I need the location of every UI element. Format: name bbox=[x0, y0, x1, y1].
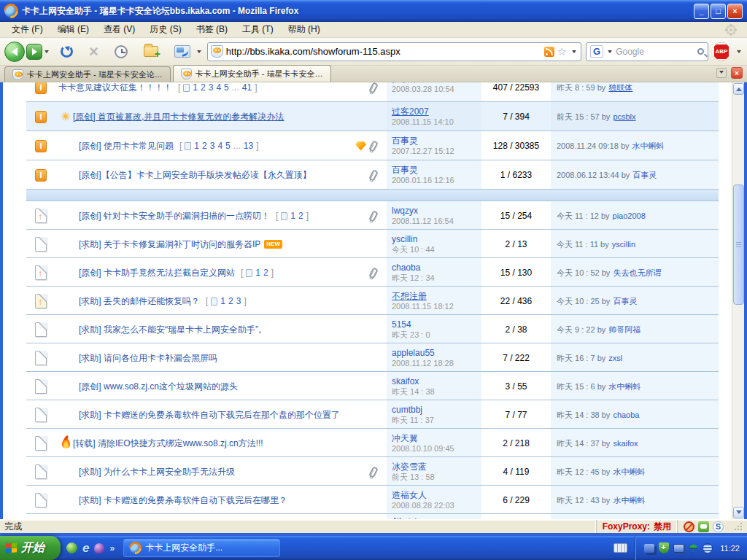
thread-pagination[interactable]: [ 1 2 3 ] bbox=[206, 296, 247, 306]
menu-item[interactable]: 编辑 (E) bbox=[52, 22, 95, 37]
foxyproxy-icon[interactable] bbox=[684, 521, 694, 532]
thread-author-link[interactable]: cumtbbj bbox=[392, 405, 481, 415]
scroll-up-button[interactable] bbox=[733, 83, 744, 95]
thread-title-link[interactable]: [原创] 针对卡卡安全助手的漏洞扫描的一点唠叨！ bbox=[79, 210, 270, 222]
page-number-link[interactable]: 2 bbox=[201, 82, 206, 93]
thread-title-link[interactable]: [原创] 卡卡助手竟然无法拦截自定义网站 bbox=[79, 267, 235, 279]
thread-title-link[interactable]: [求助] 我家怎么不能安“瑞星卡卡上网安全助手”。 bbox=[79, 324, 267, 336]
thread-title-link[interactable]: [原创] 使用卡卡常见问题 bbox=[79, 140, 174, 152]
maximize-button[interactable]: □ bbox=[711, 4, 726, 19]
page-number-link[interactable]: 3 bbox=[210, 141, 215, 151]
page-number-link[interactable]: 5 bbox=[225, 141, 231, 151]
page-number-link[interactable]: 2 bbox=[298, 211, 303, 221]
page-number-link[interactable]: 4 bbox=[217, 141, 222, 151]
back-button[interactable] bbox=[4, 42, 25, 62]
history-dropdown-caret[interactable] bbox=[44, 50, 49, 55]
thread-author-link[interactable]: lwqzyx bbox=[392, 206, 481, 216]
forward-button[interactable] bbox=[26, 44, 42, 60]
page-number-link[interactable]: 1 bbox=[290, 211, 295, 221]
search-input[interactable]: Google bbox=[616, 47, 695, 57]
thread-title-link[interactable]: [求助] 关于卡卡修复漏洞补丁时访问的服务器IP bbox=[79, 238, 260, 251]
quicklaunch-ie-icon[interactable]: e bbox=[82, 541, 89, 556]
search-engine-caret[interactable] bbox=[608, 50, 612, 55]
lastpost-author-link[interactable]: skaifox bbox=[613, 439, 638, 448]
adblock-icon[interactable]: ABP bbox=[713, 43, 730, 61]
resize-grip-icon[interactable] bbox=[734, 522, 743, 531]
search-box[interactable]: G Google bbox=[586, 42, 708, 61]
thread-pagination[interactable]: [ 1 2 3 4 5 ... 41 ] bbox=[178, 82, 258, 93]
new-tab-folder-icon[interactable] bbox=[144, 46, 158, 57]
page-number-link[interactable]: 2 bbox=[263, 268, 268, 278]
thread-title-link[interactable]: [原创]【公告】卡卡上网安全助手版块发帖必读【永久置顶】 bbox=[79, 169, 311, 182]
tray-umbrella-icon[interactable]: ☂ bbox=[689, 542, 698, 553]
lastpost-author-link[interactable]: 水中蝌蚪 bbox=[613, 467, 645, 478]
thread-title-link[interactable]: [转载] 清除IEO快捷方式绑定www.so8.zj.cn方法!!! bbox=[73, 438, 263, 450]
url-input[interactable]: http://bbs.ikaka.com/showforum-115.aspx bbox=[226, 46, 541, 57]
page-number-link[interactable]: 13 bbox=[244, 141, 253, 151]
tray-striped-ball-icon[interactable] bbox=[703, 543, 713, 553]
lastpost-author-link[interactable]: 百事灵 bbox=[632, 170, 657, 181]
thread-title-link[interactable]: [求助] 卡卡赠送的免费杀毒软件自动下载完后在那个盘的那个位置了 bbox=[79, 409, 340, 421]
tray-network-icon[interactable] bbox=[644, 544, 654, 553]
adblock-dropdown-caret[interactable] bbox=[737, 50, 741, 55]
thread-title-link[interactable]: [求助] 丢失的邮件还能恢复吗？ bbox=[79, 295, 200, 308]
page-number-link[interactable]: 2 bbox=[228, 296, 233, 306]
taskbar-window-button[interactable]: 卡卡上网安全助手... bbox=[123, 539, 280, 557]
start-button[interactable]: 开始 bbox=[0, 536, 61, 560]
lastpost-author-link[interactable]: 水中蝌蚪 bbox=[608, 381, 640, 392]
lastpost-author-link[interactable]: 水中蝌蚪 bbox=[632, 141, 665, 152]
thread-author-link[interactable]: 冰姿雪蓝 bbox=[392, 462, 481, 472]
page-number-link[interactable]: 2 bbox=[202, 141, 207, 151]
thread-title-link[interactable]: [原创] 首页被篡改,并且用卡卡修复无效的参考解决办法 bbox=[73, 111, 284, 123]
minimize-button[interactable]: _ bbox=[694, 4, 709, 19]
page-number-link[interactable]: 1 bbox=[255, 268, 260, 278]
thread-author-link[interactable]: yscillin bbox=[392, 234, 481, 244]
thread-pagination[interactable]: [ 1 2 ] bbox=[241, 268, 274, 278]
thread-author-link[interactable]: 百事灵 bbox=[392, 165, 481, 175]
thread-author-link[interactable]: applelau55 bbox=[392, 348, 481, 358]
green-extension-icon[interactable] bbox=[698, 521, 709, 532]
menu-item[interactable]: 历史 (S) bbox=[144, 22, 187, 37]
page-number-link[interactable]: 1 bbox=[193, 82, 198, 93]
scroll-down-button[interactable] bbox=[733, 507, 744, 518]
thread-title-link[interactable]: [原创] www.so8.zj.cn这个垃圾网站的源头 bbox=[79, 381, 238, 393]
tray-antivirus-shield-icon[interactable] bbox=[659, 542, 669, 553]
quicklaunch-globe-icon[interactable] bbox=[66, 542, 77, 553]
menu-item[interactable]: 帮助 (H) bbox=[282, 22, 326, 37]
menu-item[interactable]: 书签 (B) bbox=[190, 22, 233, 37]
address-bar[interactable]: http://bbs.ikaka.com/showforum-115.aspx … bbox=[207, 42, 581, 61]
thread-author-link[interactable]: skaifox bbox=[392, 376, 481, 386]
page-number-link[interactable]: 41 bbox=[242, 82, 252, 93]
thread-title-link[interactable]: [求助] 请问各位用卡卡补漏会黑屏吗 bbox=[79, 352, 217, 365]
url-dropdown-caret[interactable] bbox=[572, 50, 576, 55]
lastpost-author-link[interactable]: 帅哥阿福 bbox=[608, 324, 640, 335]
rss-icon[interactable] bbox=[544, 47, 554, 57]
lastpost-author-link[interactable]: 独联体 bbox=[608, 82, 632, 93]
thread-author-link[interactable]: 过客2007 bbox=[392, 106, 481, 117]
reload-button[interactable] bbox=[61, 45, 73, 58]
thread-author-link[interactable]: chaoba bbox=[392, 262, 481, 273]
thread-author-link[interactable]: 冲天翼 bbox=[392, 433, 481, 443]
scrollbar-thumb[interactable] bbox=[733, 184, 744, 305]
lastpost-author-link[interactable]: 失去也无所谓 bbox=[613, 268, 661, 279]
close-button[interactable]: × bbox=[727, 4, 743, 19]
thread-pagination[interactable]: [ 1 2 3 4 5 ... 13 ] bbox=[179, 141, 259, 151]
lastpost-author-link[interactable]: yscillin bbox=[612, 240, 635, 249]
vertical-scrollbar[interactable] bbox=[732, 82, 744, 519]
thread-title-link[interactable]: [求助] 卡卡赠送的免费杀毒软件自动下载完后在哪里？ bbox=[79, 494, 287, 507]
lastpost-author-link[interactable]: zxsl bbox=[608, 354, 622, 362]
thread-author-link[interactable]: 5154 bbox=[392, 319, 481, 330]
lastpost-author-link[interactable]: chaoba bbox=[613, 411, 639, 419]
menu-item[interactable]: 工具 (T) bbox=[236, 22, 279, 37]
thread-author-link[interactable]: 独联体 bbox=[392, 82, 481, 84]
lastpost-author-link[interactable]: piao2008 bbox=[613, 211, 646, 220]
lastpost-author-link[interactable]: pcsblx bbox=[613, 112, 635, 121]
tab-close-button[interactable]: × bbox=[731, 67, 743, 79]
capture-icon[interactable] bbox=[174, 45, 190, 58]
bookmark-star-icon[interactable]: ☆ bbox=[557, 47, 567, 57]
page-number-link[interactable]: 3 bbox=[236, 296, 241, 306]
lastpost-author-link[interactable]: 百事灵 bbox=[613, 296, 637, 307]
thread-pagination[interactable]: [ 1 2 ] bbox=[276, 211, 309, 221]
keyboard-layout-icon[interactable] bbox=[614, 543, 627, 553]
thread-author-link[interactable]: 百事灵 bbox=[392, 136, 481, 146]
